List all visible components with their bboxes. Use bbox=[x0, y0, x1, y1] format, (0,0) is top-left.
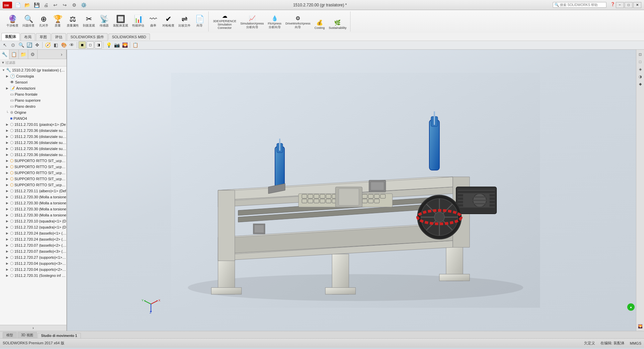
tab-evaluate[interactable]: 评估 bbox=[51, 33, 66, 41]
list-item[interactable]: ▶ ⬡ 1511.2.720.31 (Sostegno inf mo bbox=[0, 272, 66, 279]
sustainability-btn[interactable]: 🌿 Sustainability bbox=[327, 19, 348, 31]
render-btn[interactable]: ◆ bbox=[637, 81, 644, 87]
scene-bg-btn[interactable]: 🌄 bbox=[637, 323, 644, 330]
view-3d-btn[interactable]: ⊡ bbox=[637, 51, 644, 58]
list-item[interactable]: ▶ ⬡ 1511.2.720.36 (distanziale supp bbox=[0, 140, 66, 146]
list-item[interactable]: ▶ ⬡ 1511.2.720.36 (distanziale supp bbox=[0, 128, 66, 134]
assembly-view-btn[interactable]: 🔲 装配体直观 bbox=[111, 14, 130, 29]
redo-btn[interactable]: ↪ bbox=[61, 1, 68, 9]
troubleshoot-btn[interactable]: 🔍 问题排查 bbox=[21, 14, 36, 29]
min-btn[interactable]: − bbox=[616, 2, 624, 8]
tab-sketch[interactable]: 草图 bbox=[36, 33, 51, 41]
list-item[interactable]: ▶ ⬡ 1511.2.720.27 (supporto)<1> (C bbox=[0, 254, 66, 260]
costing-btn[interactable]: 💰 Costing bbox=[313, 19, 326, 31]
tab-sw-mbd[interactable]: SOLIDWORKS MBD bbox=[108, 34, 150, 40]
list-item[interactable]: ▶ ⬡ 1511.2.720.30 (Molla a torsione bbox=[0, 200, 66, 206]
undo-btn[interactable]: ↩ bbox=[52, 1, 59, 9]
options-btn[interactable]: ⚙️ bbox=[80, 1, 87, 9]
list-item[interactable]: ▶ ⬡ 1511.2.720.36 (distanziale supp bbox=[0, 152, 66, 158]
config-tab[interactable]: 📁 bbox=[19, 50, 28, 59]
tree-root[interactable]: ▼ 🔧 1510.2.720.00 (gr traslatore) (Sinis… bbox=[0, 67, 66, 73]
list-item[interactable]: ▭ Piano destro bbox=[0, 103, 66, 109]
sensor-btn[interactable]: 📡 传感器 bbox=[97, 14, 111, 29]
green-action-btn[interactable]: ● bbox=[627, 303, 635, 311]
new-file-btn[interactable]: 📄 bbox=[14, 1, 21, 9]
list-item[interactable]: ▶ ⬡ SUPPORTO RITTO SIT_ucp206< bbox=[0, 170, 66, 176]
zoom-fit-tool[interactable]: ⊙ bbox=[9, 41, 17, 49]
display-pane-btn[interactable]: 📋 bbox=[131, 41, 139, 49]
tab-sw-plugins[interactable]: SOLIDWORKS 插件 bbox=[67, 33, 108, 41]
quality-btn[interactable]: 🏆 质量 bbox=[51, 14, 64, 29]
check-btn[interactable]: ✔ 对检检查 bbox=[161, 14, 176, 29]
active-doc-btn[interactable]: 📄 向导 bbox=[193, 14, 206, 29]
simulationxpress-btn[interactable]: 📈 SimulationXpress分析向导 bbox=[239, 15, 266, 31]
tab-layout[interactable]: 布局 bbox=[20, 33, 35, 41]
tab-assembly[interactable]: 装配体 bbox=[1, 33, 20, 41]
list-item[interactable]: ▭ Piano superiore bbox=[0, 97, 66, 103]
light-tool[interactable]: 💡 bbox=[105, 41, 112, 49]
list-item[interactable]: ▶ ⬡ SUPPORTO RITTO SIT_ucp206< bbox=[0, 158, 66, 164]
list-item[interactable]: ▶ 📝 Annotazioni bbox=[0, 85, 66, 91]
3dexperience-btn[interactable]: ☁ 3DEXPERIENCESimulationConnector bbox=[211, 12, 238, 31]
print-btn[interactable]: 🖨 bbox=[42, 1, 50, 9]
open-file-btn[interactable]: 📂 bbox=[23, 1, 31, 9]
feature-tree-tab[interactable]: 🔧 bbox=[0, 50, 9, 59]
view-sect-tool[interactable]: ◧ bbox=[52, 41, 59, 49]
list-item[interactable]: ▶ ⬡ 1511.2.720.12 (squadra)<1> (D bbox=[0, 224, 66, 230]
scene-tool[interactable]: 🌄 bbox=[121, 41, 128, 49]
list-item[interactable]: ▶ ⬡ 1511.2.720.24 (tassello)<1> (De bbox=[0, 230, 66, 236]
tab-3d-view[interactable]: 3D 视图 bbox=[17, 332, 37, 338]
list-item[interactable]: ▶ ⬡ 1511.2.720.24 (tassello)<2> (De bbox=[0, 236, 66, 242]
rotate-tool[interactable]: 🔄 bbox=[25, 41, 33, 49]
list-item[interactable]: ▶ 🕐 Cronologia bbox=[0, 73, 66, 79]
driveworks-tab[interactable]: ⚙ bbox=[28, 50, 38, 59]
zoom-window-tool[interactable]: 🔍 bbox=[17, 41, 25, 49]
save-btn[interactable]: 💾 bbox=[33, 1, 40, 9]
list-item[interactable]: 👁 Sensori bbox=[0, 79, 66, 85]
property-tab[interactable]: 📋 bbox=[9, 50, 19, 59]
view-orient-tool[interactable]: 🧭 bbox=[44, 41, 51, 49]
list-item[interactable]: ▶ ⬡ 1511.2.720.30 (Molla a torsione bbox=[0, 194, 66, 200]
list-item[interactable]: ▶ ⬡ 1511.2.720.01 (piastra)<1> (De bbox=[0, 121, 66, 128]
close-btn[interactable]: ✕ bbox=[633, 2, 641, 8]
interference-btn[interactable]: 🔮 干涉检查 bbox=[5, 14, 20, 29]
list-item[interactable]: ▶ ⬡ 1511.2.720.07 (tassello)<2> (De bbox=[0, 242, 66, 248]
list-item[interactable]: ▶ ⬡ 1511.2.720.30 (Molla a torsione bbox=[0, 206, 66, 212]
performance-btn[interactable]: 📊 性能评估 bbox=[130, 14, 146, 29]
camera-tool[interactable]: 📷 bbox=[113, 41, 120, 49]
list-item[interactable]: ▶ ⬡ 1511.2.720.36 (distanziale supp bbox=[0, 134, 66, 140]
select-tool[interactable]: ↖ bbox=[1, 41, 9, 49]
hide-show-tool[interactable]: 👁 bbox=[68, 41, 75, 49]
tab-studio-movimento[interactable]: Studio di movimento 1 bbox=[38, 333, 81, 338]
list-item[interactable]: ▶ ⬡ 1511.2.720.04 (supporto)<3> (C bbox=[0, 260, 66, 266]
list-item[interactable]: └ ⊕ Origine bbox=[0, 109, 66, 115]
list-item[interactable]: ▭ Piano frontale bbox=[0, 91, 66, 97]
list-item[interactable]: ▶ ⬡ 1511.2.720.36 (distanziale supp bbox=[0, 146, 66, 152]
pan-tool[interactable]: ✥ bbox=[34, 41, 41, 49]
list-item[interactable]: ■ PIANO4 bbox=[0, 115, 66, 121]
list-item[interactable]: ▶ ⬡ 1511.2.720.07 (tassello)<3> (De bbox=[0, 248, 66, 254]
appear-btn[interactable]: ◑ bbox=[637, 73, 644, 80]
curvature-btn[interactable]: 〰 曲率 bbox=[147, 14, 160, 29]
hole-align-btn[interactable]: ⊕ 孔对齐 bbox=[37, 14, 50, 29]
hide-show-btn[interactable]: ◈ bbox=[637, 66, 644, 72]
list-item[interactable]: ▶ ⬡ 1511.2.720.30 (Molla a torsione bbox=[0, 212, 66, 218]
list-item[interactable]: ▶ ⬡ SUPPORTO RITTO SIT_ucp206< bbox=[0, 176, 66, 182]
hidden-btn[interactable]: ◨ bbox=[95, 41, 102, 49]
list-item[interactable]: ▶ ⬡ 1511.2.720.11 (albero)<1> (Def bbox=[0, 188, 66, 194]
view-front-btn[interactable]: □ bbox=[637, 58, 644, 65]
mass-props-btn[interactable]: ⚖ 质量属性 bbox=[65, 14, 80, 29]
list-item[interactable]: ▶ ⬡ SUPPORTO RITTO SIT_ucp206< bbox=[0, 164, 66, 170]
section-view-btn[interactable]: ✂ 剖面直观 bbox=[81, 14, 97, 29]
list-item[interactable]: ▶ ⬡ SUPPORTO RITTO SIT_ucp206< bbox=[0, 182, 66, 188]
3d-viewport[interactable]: X Y Z ● ⊡ □ ◈ ◑ ◆ 🌄 bbox=[67, 50, 644, 331]
rebuild-btn[interactable]: ⚙ bbox=[70, 1, 78, 9]
max-btn[interactable]: □ bbox=[625, 2, 633, 8]
tree-scroll-right[interactable]: › bbox=[0, 325, 66, 331]
list-item[interactable]: ▶ ⬡ 1511.2.720.04 (supporto)<2> (C bbox=[0, 266, 66, 272]
expand-tree-btn[interactable]: › bbox=[57, 50, 66, 59]
driveworks-btn[interactable]: ⚙ DriveWorksXpress向导 bbox=[284, 15, 312, 31]
help-btn[interactable]: ❓ bbox=[610, 2, 615, 8]
list-item[interactable]: ▶ ⬡ 1511.2.720.10 (squadra)<1> (D bbox=[0, 218, 66, 224]
display-style-tool[interactable]: 🎨 bbox=[60, 41, 67, 49]
